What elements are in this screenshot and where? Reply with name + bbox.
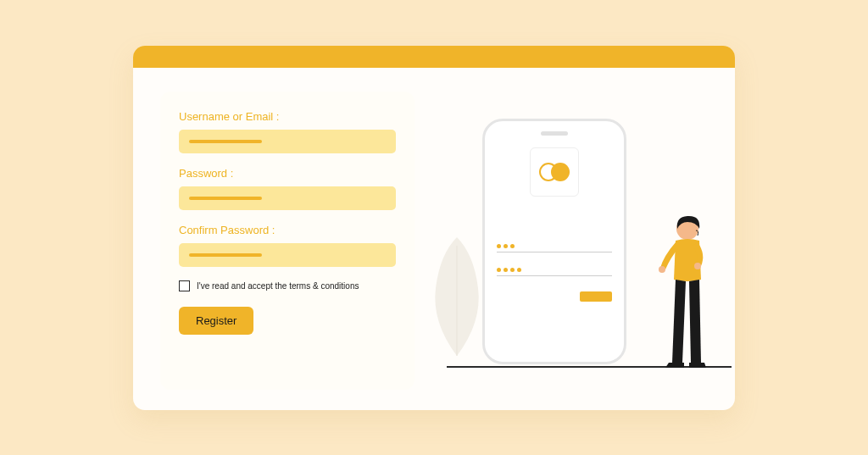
illustration-panel (431, 92, 708, 390)
register-button[interactable]: Register (179, 307, 253, 335)
phone-logo-box (530, 147, 579, 197)
phone-mockup (482, 119, 626, 364)
person-illustration-icon (647, 214, 715, 368)
registration-form: Username or Email : Password : Confirm P… (160, 92, 415, 390)
phone-notch (541, 131, 568, 136)
svg-point-2 (694, 263, 701, 269)
phone-field-2 (497, 268, 612, 276)
password-input[interactable] (179, 186, 396, 210)
confirm-password-label: Confirm Password : (179, 224, 396, 236)
terms-row: I've read and accept the terms & conditi… (179, 280, 396, 291)
terms-label: I've read and accept the terms & conditi… (197, 281, 359, 291)
window-top-bar (133, 46, 735, 68)
logo-icon (539, 163, 570, 181)
confirm-password-input[interactable] (179, 243, 396, 267)
username-input[interactable] (179, 130, 396, 153)
card-body: Username or Email : Password : Confirm P… (133, 68, 735, 410)
username-label: Username or Email : (179, 110, 396, 123)
leaf-decoration-icon (423, 237, 491, 356)
terms-checkbox[interactable] (179, 280, 190, 291)
phone-button (580, 291, 612, 302)
registration-card: Username or Email : Password : Confirm P… (133, 46, 735, 410)
phone-field-1 (497, 244, 612, 252)
svg-point-1 (659, 266, 665, 273)
password-label: Password : (179, 167, 396, 180)
